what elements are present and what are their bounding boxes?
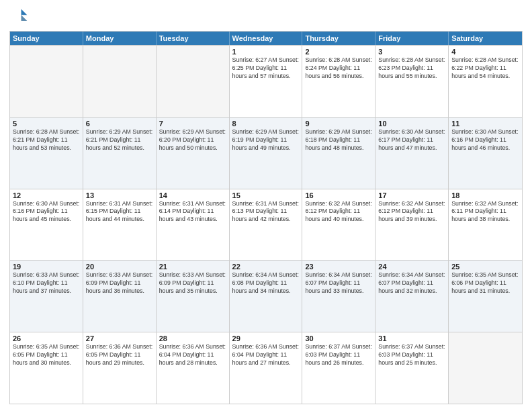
cell-info: Sunrise: 6:29 AM Sunset: 6:19 PM Dayligh… [232,128,300,152]
calendar-cell: 11Sunrise: 6:30 AM Sunset: 6:16 PM Dayli… [449,118,522,189]
day-number: 3 [378,48,445,56]
calendar-cell: 25Sunrise: 6:35 AM Sunset: 6:06 PM Dayli… [449,261,522,332]
calendar-cell: 4Sunrise: 6:28 AM Sunset: 6:22 PM Daylig… [449,46,522,117]
calendar-cell: 17Sunrise: 6:32 AM Sunset: 6:12 PM Dayli… [375,189,449,261]
day-number: 10 [378,120,445,128]
calendar-cell: 10Sunrise: 6:30 AM Sunset: 6:17 PM Dayli… [375,118,449,189]
calendar-cell: 24Sunrise: 6:34 AM Sunset: 6:07 PM Dayli… [375,261,449,332]
calendar-cell: 30Sunrise: 6:37 AM Sunset: 6:03 PM Dayli… [302,332,375,404]
calendar-header: SundayMondayTuesdayWednesdayThursdayFrid… [10,32,522,45]
weekday-header-tuesday: Tuesday [157,32,230,45]
calendar-cell: 2Sunrise: 6:28 AM Sunset: 6:24 PM Daylig… [302,46,375,117]
cell-info: Sunrise: 6:29 AM Sunset: 6:20 PM Dayligh… [159,128,226,152]
cell-info: Sunrise: 6:28 AM Sunset: 6:24 PM Dayligh… [305,56,372,81]
day-number: 21 [159,263,226,271]
day-number: 12 [13,191,80,199]
cell-info: Sunrise: 6:34 AM Sunset: 6:07 PM Dayligh… [378,271,445,295]
calendar-cell: 29Sunrise: 6:36 AM Sunset: 6:04 PM Dayli… [230,332,303,404]
weekday-header-thursday: Thursday [302,32,375,45]
cell-info: Sunrise: 6:35 AM Sunset: 6:06 PM Dayligh… [451,271,519,295]
calendar-cell: 23Sunrise: 6:34 AM Sunset: 6:07 PM Dayli… [302,261,375,332]
svg-marker-0 [21,9,28,15]
calendar-cell: 16Sunrise: 6:32 AM Sunset: 6:12 PM Dayli… [302,189,375,261]
day-number: 1 [232,48,300,56]
calendar-cell: 3Sunrise: 6:28 AM Sunset: 6:23 PM Daylig… [375,46,449,117]
cell-info: Sunrise: 6:27 AM Sunset: 6:25 PM Dayligh… [232,56,300,81]
calendar-cell [157,46,230,117]
logo [9,7,31,26]
calendar-cell: 9Sunrise: 6:29 AM Sunset: 6:18 PM Daylig… [302,118,375,189]
calendar-cell [10,46,83,117]
day-number: 13 [86,191,153,199]
cell-info: Sunrise: 6:32 AM Sunset: 6:12 PM Dayligh… [305,200,372,224]
cell-info: Sunrise: 6:34 AM Sunset: 6:07 PM Dayligh… [305,271,372,295]
calendar-row: 5Sunrise: 6:28 AM Sunset: 6:21 PM Daylig… [10,117,522,189]
weekday-header-wednesday: Wednesday [230,32,303,45]
day-number: 11 [451,120,519,128]
day-number: 15 [232,191,300,199]
day-number: 27 [86,334,153,342]
day-number: 9 [305,120,372,128]
day-number: 20 [86,263,153,271]
calendar-row: 19Sunrise: 6:33 AM Sunset: 6:10 PM Dayli… [10,260,522,332]
day-number: 18 [451,191,519,199]
calendar-cell: 7Sunrise: 6:29 AM Sunset: 6:20 PM Daylig… [157,118,230,189]
calendar-row: 1Sunrise: 6:27 AM Sunset: 6:25 PM Daylig… [10,45,522,117]
calendar-cell: 18Sunrise: 6:32 AM Sunset: 6:11 PM Dayli… [449,189,522,261]
cell-info: Sunrise: 6:33 AM Sunset: 6:10 PM Dayligh… [13,271,80,295]
calendar-row: 26Sunrise: 6:35 AM Sunset: 6:05 PM Dayli… [10,332,522,404]
weekday-header-sunday: Sunday [10,32,83,45]
cell-info: Sunrise: 6:28 AM Sunset: 6:22 PM Dayligh… [451,56,519,81]
calendar-row: 12Sunrise: 6:30 AM Sunset: 6:16 PM Dayli… [10,189,522,261]
day-number: 17 [378,191,445,199]
cell-info: Sunrise: 6:29 AM Sunset: 6:21 PM Dayligh… [86,128,153,152]
day-number: 2 [305,48,372,56]
cell-info: Sunrise: 6:35 AM Sunset: 6:05 PM Dayligh… [13,343,80,367]
cell-info: Sunrise: 6:33 AM Sunset: 6:09 PM Dayligh… [159,271,226,295]
calendar-cell [83,46,157,117]
svg-marker-1 [21,15,28,21]
day-number: 14 [159,191,226,199]
cell-info: Sunrise: 6:30 AM Sunset: 6:17 PM Dayligh… [378,128,445,152]
weekday-header-saturday: Saturday [449,32,522,45]
weekday-header-monday: Monday [83,32,157,45]
logo-icon [9,7,28,26]
day-number: 7 [159,120,226,128]
cell-info: Sunrise: 6:31 AM Sunset: 6:14 PM Dayligh… [159,200,226,224]
calendar-cell: 6Sunrise: 6:29 AM Sunset: 6:21 PM Daylig… [83,118,157,189]
cell-info: Sunrise: 6:34 AM Sunset: 6:08 PM Dayligh… [232,271,300,295]
day-number: 8 [232,120,300,128]
calendar-cell: 22Sunrise: 6:34 AM Sunset: 6:08 PM Dayli… [230,261,303,332]
cell-info: Sunrise: 6:37 AM Sunset: 6:03 PM Dayligh… [305,343,372,367]
calendar-cell: 31Sunrise: 6:37 AM Sunset: 6:03 PM Dayli… [375,332,449,404]
cell-info: Sunrise: 6:30 AM Sunset: 6:16 PM Dayligh… [13,200,80,224]
day-number: 23 [305,263,372,271]
cell-info: Sunrise: 6:36 AM Sunset: 6:04 PM Dayligh… [232,343,300,367]
day-number: 31 [378,334,445,342]
cell-info: Sunrise: 6:31 AM Sunset: 6:15 PM Dayligh… [86,200,153,224]
calendar-cell: 15Sunrise: 6:31 AM Sunset: 6:13 PM Dayli… [230,189,303,261]
cell-info: Sunrise: 6:32 AM Sunset: 6:12 PM Dayligh… [378,200,445,224]
calendar-cell: 14Sunrise: 6:31 AM Sunset: 6:14 PM Dayli… [157,189,230,261]
day-number: 16 [305,191,372,199]
day-number: 26 [13,334,80,342]
calendar-cell: 19Sunrise: 6:33 AM Sunset: 6:10 PM Dayli… [10,261,83,332]
calendar-cell: 5Sunrise: 6:28 AM Sunset: 6:21 PM Daylig… [10,118,83,189]
weekday-header-friday: Friday [375,32,449,45]
day-number: 5 [13,120,80,128]
day-number: 19 [13,263,80,271]
cell-info: Sunrise: 6:36 AM Sunset: 6:05 PM Dayligh… [86,343,153,367]
day-number: 29 [232,334,300,342]
day-number: 22 [232,263,300,271]
day-number: 28 [159,334,226,342]
calendar-cell [449,332,522,404]
day-number: 24 [378,263,445,271]
calendar-cell: 13Sunrise: 6:31 AM Sunset: 6:15 PM Dayli… [83,189,157,261]
calendar-body: 1Sunrise: 6:27 AM Sunset: 6:25 PM Daylig… [10,45,522,404]
cell-info: Sunrise: 6:30 AM Sunset: 6:16 PM Dayligh… [451,128,519,152]
cell-info: Sunrise: 6:32 AM Sunset: 6:11 PM Dayligh… [451,200,519,224]
calendar-cell: 26Sunrise: 6:35 AM Sunset: 6:05 PM Dayli… [10,332,83,404]
calendar-cell: 27Sunrise: 6:36 AM Sunset: 6:05 PM Dayli… [83,332,157,404]
header [9,7,523,26]
calendar-cell: 28Sunrise: 6:36 AM Sunset: 6:04 PM Dayli… [157,332,230,404]
